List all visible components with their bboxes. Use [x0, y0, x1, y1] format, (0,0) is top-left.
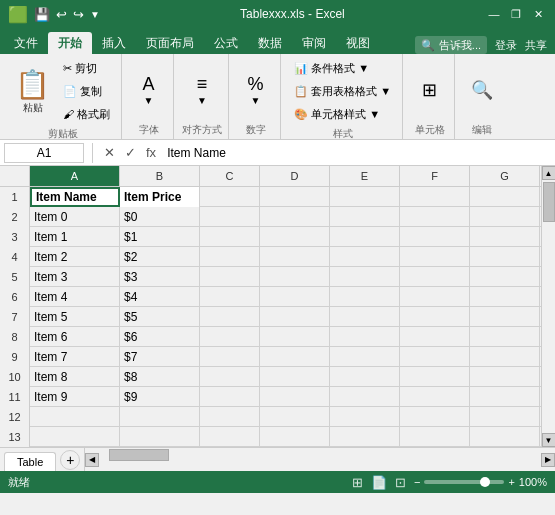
cell-r4-c0[interactable]: Item 2 [30, 247, 120, 267]
cell-r2-c3[interactable] [260, 207, 330, 227]
scroll-track[interactable] [542, 180, 555, 433]
cell-r10-c2[interactable] [200, 367, 260, 387]
cell-r13-c1[interactable] [120, 427, 200, 447]
cell-r12-c5[interactable] [400, 407, 470, 427]
cell-r3-c4[interactable] [330, 227, 400, 247]
copy-btn[interactable]: 📄 复制 [58, 81, 115, 102]
cell-r4-c1[interactable]: $2 [120, 247, 200, 267]
cell-r8-c0[interactable]: Item 6 [30, 327, 120, 347]
zoom-slider[interactable] [424, 480, 504, 484]
number-btn[interactable]: %▼ [241, 71, 271, 109]
ribbon-tab-公式[interactable]: 公式 [204, 32, 248, 54]
cell-r5-c4[interactable] [330, 267, 400, 287]
quick-save[interactable]: 💾 [34, 7, 50, 22]
cell-r13-c6[interactable] [470, 427, 540, 447]
col-header-g[interactable]: G [470, 166, 540, 186]
cell-r6-c2[interactable] [200, 287, 260, 307]
cell-r7-c1[interactable]: $5 [120, 307, 200, 327]
format-painter-btn[interactable]: 🖌 格式刷 [58, 104, 115, 125]
cell-r9-c0[interactable]: Item 7 [30, 347, 120, 367]
font-btn[interactable]: A▼ [134, 71, 164, 109]
add-sheet-btn[interactable]: + [60, 450, 80, 470]
customize-btn[interactable]: ▼ [90, 9, 100, 20]
zoom-out-btn[interactable]: − [414, 476, 420, 488]
cell-r12-c2[interactable] [200, 407, 260, 427]
minimize-btn[interactable]: — [485, 5, 503, 23]
cell-r3-c6[interactable] [470, 227, 540, 247]
h-scroll-left-btn[interactable]: ◀ [85, 453, 99, 467]
sheet-tab-Table[interactable]: Table [4, 452, 56, 471]
cell-r11-c6[interactable] [470, 387, 540, 407]
cell-r11-c3[interactable] [260, 387, 330, 407]
cell-r9-c2[interactable] [200, 347, 260, 367]
cell-r8-c2[interactable] [200, 327, 260, 347]
cell-r2-c1[interactable]: $0 [120, 207, 200, 227]
cell-r12-c1[interactable] [120, 407, 200, 427]
cell-r5-c3[interactable] [260, 267, 330, 287]
close-btn[interactable]: ✕ [529, 5, 547, 23]
cell-r13-c5[interactable] [400, 427, 470, 447]
page-break-btn[interactable]: ⊡ [395, 475, 406, 490]
cell-r2-c0[interactable]: Item 0 [30, 207, 120, 227]
conditional-format-btn[interactable]: 📊 条件格式 ▼ [289, 58, 374, 79]
cell-r10-c4[interactable] [330, 367, 400, 387]
cell-r1-c5[interactable] [400, 187, 470, 207]
cell-r3-c5[interactable] [400, 227, 470, 247]
cell-r11-c0[interactable]: Item 9 [30, 387, 120, 407]
row-num-10[interactable]: 10 [0, 367, 30, 387]
ribbon-tab-数据[interactable]: 数据 [248, 32, 292, 54]
cell-r4-c3[interactable] [260, 247, 330, 267]
h-scroll-thumb[interactable] [109, 449, 169, 461]
row-num-13[interactable]: 13 [0, 427, 30, 447]
cell-r5-c0[interactable]: Item 3 [30, 267, 120, 287]
cell-r8-c3[interactable] [260, 327, 330, 347]
ribbon-tab-插入[interactable]: 插入 [92, 32, 136, 54]
cell-r1-c0[interactable]: Item Name [30, 187, 120, 207]
cell-r9-c5[interactable] [400, 347, 470, 367]
cell-r2-c4[interactable] [330, 207, 400, 227]
row-num-11[interactable]: 11 [0, 387, 30, 407]
cell-r1-c1[interactable]: Item Price [120, 187, 200, 207]
cell-r7-c4[interactable] [330, 307, 400, 327]
cell-r7-c2[interactable] [200, 307, 260, 327]
cell-r3-c1[interactable]: $1 [120, 227, 200, 247]
page-layout-btn[interactable]: 📄 [371, 475, 387, 490]
cell-r6-c0[interactable]: Item 4 [30, 287, 120, 307]
cell-r10-c0[interactable]: Item 8 [30, 367, 120, 387]
formula-input[interactable] [163, 143, 551, 163]
cell-r8-c1[interactable]: $6 [120, 327, 200, 347]
formula-fx-btn[interactable]: fx [143, 145, 159, 160]
h-scroll-right-btn[interactable]: ▶ [541, 453, 555, 467]
cell-r4-c4[interactable] [330, 247, 400, 267]
row-num-2[interactable]: 2 [0, 207, 30, 227]
col-header-a[interactable]: A [30, 166, 120, 186]
cell-r1-c6[interactable] [470, 187, 540, 207]
cell-r13-c4[interactable] [330, 427, 400, 447]
row-num-12[interactable]: 12 [0, 407, 30, 427]
cell-r2-c2[interactable] [200, 207, 260, 227]
col-header-c[interactable]: C [200, 166, 260, 186]
cell-r6-c1[interactable]: $4 [120, 287, 200, 307]
cell-r12-c3[interactable] [260, 407, 330, 427]
cell-r2-c5[interactable] [400, 207, 470, 227]
cell-r6-c4[interactable] [330, 287, 400, 307]
v-scrollbar[interactable]: ▲ ▼ [541, 166, 555, 447]
cell-r6-c3[interactable] [260, 287, 330, 307]
ribbon-tab-视图[interactable]: 视图 [336, 32, 380, 54]
scroll-thumb[interactable] [543, 182, 555, 222]
col-header-e[interactable]: E [330, 166, 400, 186]
row-num-5[interactable]: 5 [0, 267, 30, 287]
normal-view-btn[interactable]: ⊞ [352, 475, 363, 490]
ribbon-tab-文件[interactable]: 文件 [4, 32, 48, 54]
cell-r8-c5[interactable] [400, 327, 470, 347]
zoom-in-btn[interactable]: + [508, 476, 514, 488]
cell-r10-c5[interactable] [400, 367, 470, 387]
undo-btn[interactable]: ↩ [56, 7, 67, 22]
cell-r13-c3[interactable] [260, 427, 330, 447]
cell-r6-c5[interactable] [400, 287, 470, 307]
share-btn[interactable]: 共享 [525, 38, 547, 53]
cell-r7-c3[interactable] [260, 307, 330, 327]
col-header-d[interactable]: D [260, 166, 330, 186]
ribbon-tab-审阅[interactable]: 审阅 [292, 32, 336, 54]
cell-r5-c2[interactable] [200, 267, 260, 287]
